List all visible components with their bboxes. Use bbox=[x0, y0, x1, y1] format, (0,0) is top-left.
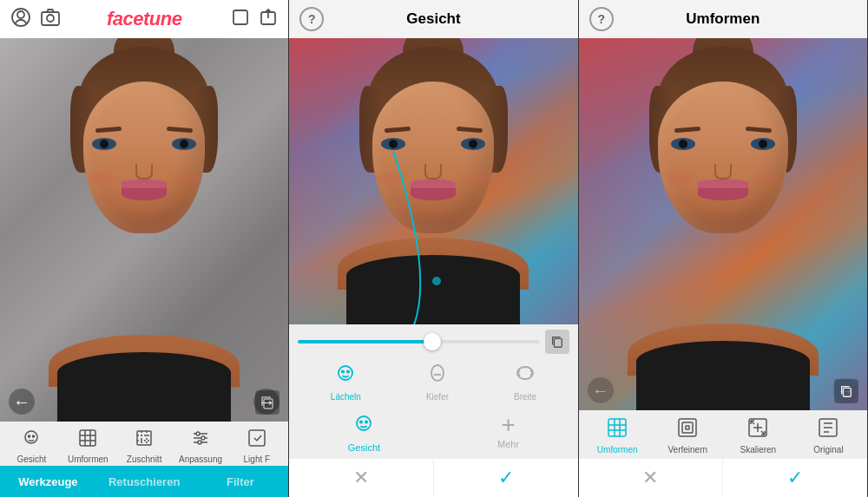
panel3-header: ? Umformen bbox=[579, 0, 867, 38]
panel2-slider-thumb[interactable] bbox=[424, 333, 441, 350]
panel2-copy-icon[interactable] bbox=[545, 330, 569, 354]
p3-lips-lower bbox=[698, 188, 748, 200]
panel3-title: Umformen bbox=[686, 10, 760, 28]
svg-point-35 bbox=[357, 416, 371, 430]
svg-rect-10 bbox=[80, 430, 95, 446]
p2-face-shape bbox=[372, 82, 494, 233]
nav-right-arrow[interactable]: → bbox=[253, 389, 279, 415]
camera-icon[interactable] bbox=[40, 7, 61, 32]
facetune-logo: facetune bbox=[107, 8, 181, 30]
laecheln-icon bbox=[334, 363, 357, 390]
profile-icon[interactable] bbox=[10, 7, 31, 32]
p2-mehr-label: Mehr bbox=[497, 439, 519, 449]
eye-right bbox=[172, 138, 196, 150]
zuschnitt-label: Zuschnitt bbox=[127, 454, 162, 464]
tool-umformen[interactable]: Umformen bbox=[64, 428, 112, 464]
svg-rect-46 bbox=[686, 426, 689, 429]
p2-eye-right bbox=[461, 138, 485, 150]
zuschnitt-icon bbox=[135, 428, 154, 452]
face-shape bbox=[83, 82, 205, 233]
tool-lightf[interactable]: Light F bbox=[233, 428, 280, 464]
panel3-action-bar: ✕ ✓ bbox=[579, 458, 867, 497]
panel3-face bbox=[579, 38, 867, 410]
kiefer-icon bbox=[426, 363, 449, 390]
nav-left-arrow[interactable]: ← bbox=[9, 389, 35, 415]
p3-original-label: Original bbox=[813, 445, 843, 454]
svg-point-27 bbox=[347, 370, 349, 372]
face-tool-laecheln[interactable]: Lächeln bbox=[331, 363, 361, 402]
p3-eye-right bbox=[751, 138, 775, 150]
p3-tool-original[interactable]: Original bbox=[805, 417, 852, 454]
header-right-icons bbox=[231, 8, 278, 31]
tab-retuschieren[interactable]: Retuschieren bbox=[96, 466, 193, 497]
p3-tool-verfeinern[interactable]: Verfeinern bbox=[664, 417, 712, 454]
svg-rect-15 bbox=[137, 431, 151, 445]
panel2-confirm-button[interactable]: ✓ bbox=[434, 459, 578, 497]
svg-rect-22 bbox=[249, 430, 265, 446]
svg-point-7 bbox=[25, 431, 37, 443]
anpassung-icon bbox=[191, 428, 210, 452]
tool-gesicht[interactable]: Gesicht bbox=[8, 428, 56, 464]
lightf-icon bbox=[247, 428, 266, 452]
p3-tool-umformen[interactable]: Umformen bbox=[594, 417, 641, 454]
share-icon[interactable] bbox=[259, 8, 278, 31]
cancel-icon: ✕ bbox=[353, 467, 369, 489]
panel3-cancel-button[interactable]: ✕ bbox=[579, 459, 724, 497]
p3-nose bbox=[714, 164, 732, 180]
panel2-slider-track[interactable] bbox=[298, 340, 539, 343]
panel1-photo-nav: ← → bbox=[0, 389, 288, 415]
lips-lower bbox=[122, 188, 167, 200]
p3-cancel-icon: ✕ bbox=[642, 467, 658, 489]
umformen-icon bbox=[78, 428, 97, 452]
svg-point-25 bbox=[339, 366, 352, 380]
tool-zuschnitt[interactable]: Zuschnitt bbox=[121, 428, 168, 464]
p2-shoulders-shirt bbox=[346, 255, 520, 324]
panel3-photo-nav: ← → bbox=[579, 377, 867, 403]
nose bbox=[135, 164, 153, 180]
face-tool-kiefer[interactable]: Kiefer bbox=[426, 363, 449, 402]
eyes bbox=[92, 138, 196, 150]
p3-verfeinern-label: Verfeinern bbox=[667, 445, 707, 454]
p2-nose bbox=[424, 164, 442, 180]
panel3-face-photo: ← → bbox=[579, 38, 867, 410]
panel2-header: ? Gesicht bbox=[289, 0, 577, 38]
p2-tab-gesicht[interactable]: Gesicht bbox=[348, 413, 380, 453]
panel3-help-button[interactable]: ? bbox=[589, 7, 614, 31]
panel2-action-bar: ✕ ✓ bbox=[289, 458, 577, 497]
p3-face-shape bbox=[658, 82, 788, 233]
kiefer-label: Kiefer bbox=[426, 392, 449, 402]
p3-skalieren-label: Skalieren bbox=[740, 445, 776, 454]
p3-umformen-label: Umformen bbox=[597, 445, 638, 454]
svg-point-28 bbox=[431, 365, 444, 381]
svg-point-21 bbox=[198, 441, 201, 444]
panel2-title: Gesicht bbox=[406, 10, 460, 28]
rectangle-icon[interactable] bbox=[231, 8, 250, 31]
svg-rect-44 bbox=[679, 419, 696, 436]
lightf-label: Light F bbox=[244, 454, 271, 464]
panel2-face bbox=[289, 38, 577, 324]
svg-point-36 bbox=[360, 421, 362, 422]
svg-point-37 bbox=[365, 421, 367, 422]
blush-left bbox=[88, 173, 114, 185]
p3-nav-left[interactable]: ← bbox=[588, 377, 614, 403]
p2-tab-mehr[interactable]: + Mehr bbox=[497, 413, 519, 453]
p3-eye-left bbox=[671, 138, 695, 150]
tab-werkzeuge[interactable]: Werkzeuge bbox=[0, 466, 96, 497]
panel2-help-button[interactable]: ? bbox=[299, 7, 324, 31]
panel3-confirm-button[interactable]: ✓ bbox=[723, 459, 867, 497]
p3-umformen-icon bbox=[607, 417, 628, 442]
tab-filter[interactable]: Filter bbox=[193, 466, 289, 497]
gesicht-label: Gesicht bbox=[16, 454, 46, 464]
panel1-bottom: Gesicht Umformen bbox=[0, 422, 288, 497]
panel2-cancel-button[interactable]: ✕ bbox=[289, 459, 434, 497]
svg-point-19 bbox=[196, 432, 200, 435]
panel3-photo: ← → bbox=[579, 38, 867, 410]
tool-anpassung[interactable]: Anpassung bbox=[177, 428, 225, 464]
face-tool-breite[interactable]: Breite bbox=[514, 363, 536, 402]
panel2-slider-fill bbox=[298, 340, 431, 343]
panel-3: ? Umformen bbox=[579, 0, 868, 497]
p2-lips-upper bbox=[411, 180, 456, 188]
svg-point-1 bbox=[17, 11, 24, 18]
panel-2: ? Gesicht bbox=[289, 0, 578, 497]
p3-tool-skalieren[interactable]: Skalieren bbox=[734, 417, 782, 454]
